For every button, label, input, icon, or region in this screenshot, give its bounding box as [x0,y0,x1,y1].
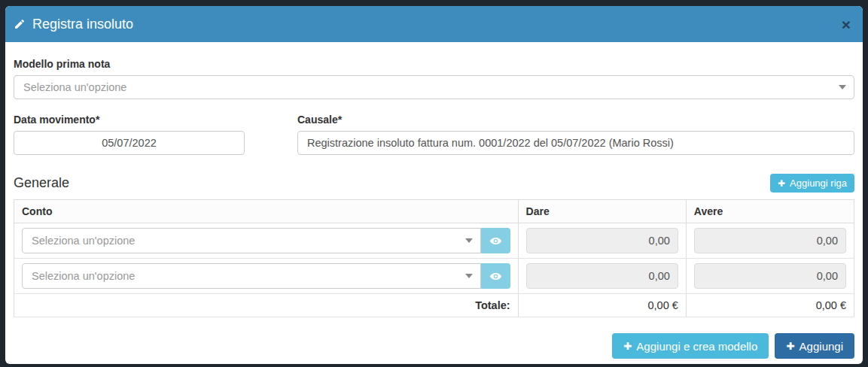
eye-icon [489,270,502,283]
add-and-create-model-label: Aggiungi e crea modello [636,340,757,353]
plus-icon: ✚ [786,340,794,352]
conto-select-row-2[interactable]: Seleziona un'opzione [22,263,481,289]
data-movimento-label: Data movimento* [14,114,245,126]
total-label: Totale: [14,294,519,317]
add-button[interactable]: ✚ Aggiungi [775,333,854,359]
close-icon[interactable]: × [842,17,851,32]
modal-body: Modello prima nota Seleziona un'opzione … [5,42,863,364]
add-row-button[interactable]: ✚ Aggiungi riga [770,174,854,193]
dare-input-row-1[interactable] [526,228,678,253]
causale-input[interactable] [297,131,854,155]
eye-icon-button-row-1[interactable] [481,228,510,253]
plus-icon: ✚ [778,178,785,189]
table-header-row: Conto Dare Avere [14,200,854,223]
table-row: Seleziona un'opzione [14,223,854,259]
total-dare-value: 0,00 € [518,294,686,317]
table-row: Seleziona un'opzione [14,259,854,294]
add-button-label: Aggiungi [799,340,843,353]
pencil-icon [14,18,26,30]
avere-input-row-2[interactable] [694,263,846,289]
column-header-conto: Conto [14,200,519,223]
registra-insoluto-modal: Registra insoluto × Modello prima nota S… [5,6,863,364]
conto-select-placeholder: Seleziona un'opzione [32,235,465,247]
chevron-down-icon [465,238,473,243]
column-header-avere: Avere [686,200,854,223]
data-movimento-input[interactable] [14,131,245,155]
modello-prima-nota-label: Modello prima nota [14,58,854,70]
modello-prima-nota-select[interactable]: Seleziona un'opzione [14,75,854,99]
avere-input-row-1[interactable] [694,228,846,253]
ledger-table: Conto Dare Avere Seleziona un'opzione [14,199,854,317]
eye-icon-button-row-2[interactable] [481,263,510,289]
total-avere-value: 0,00 € [686,294,854,317]
chevron-down-icon [839,85,846,89]
column-header-dare: Dare [518,200,686,223]
modal-title: Registra insoluto [14,17,133,32]
add-and-create-model-button[interactable]: ✚ Aggiungi e crea modello [612,333,769,359]
add-row-button-label: Aggiungi riga [790,177,847,189]
chevron-down-icon [465,274,473,278]
conto-select-row-1[interactable]: Seleziona un'opzione [22,228,481,253]
modal-title-text: Registra insoluto [32,17,133,32]
dare-input-row-2[interactable] [526,263,678,289]
modello-select-placeholder: Seleziona un'opzione [23,81,839,93]
total-row: Totale: 0,00 € 0,00 € [14,294,854,317]
generale-section-title: Generale [14,175,69,191]
modal-footer: ✚ Aggiungi e crea modello ✚ Aggiungi [14,333,854,359]
causale-label: Causale* [297,114,854,126]
modal-header: Registra insoluto × [5,6,863,42]
eye-icon [489,235,502,247]
plus-icon: ✚ [623,340,632,352]
conto-select-placeholder: Seleziona un'opzione [32,270,465,282]
